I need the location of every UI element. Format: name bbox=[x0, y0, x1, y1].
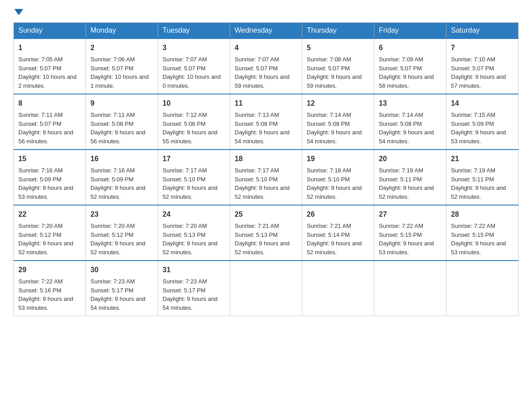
week-row-4: 22Sunrise: 7:20 AMSunset: 5:12 PMDayligh… bbox=[14, 205, 519, 261]
day-number: 9 bbox=[90, 98, 153, 109]
calendar-cell: 6Sunrise: 7:09 AMSunset: 5:07 PMDaylight… bbox=[374, 39, 446, 94]
calendar-cell: 24Sunrise: 7:20 AMSunset: 5:13 PMDayligh… bbox=[158, 205, 230, 261]
day-number: 20 bbox=[379, 154, 442, 164]
calendar-cell: 29Sunrise: 7:22 AMSunset: 5:16 PMDayligh… bbox=[14, 261, 86, 316]
calendar-cell: 3Sunrise: 7:07 AMSunset: 5:07 PMDaylight… bbox=[158, 39, 230, 94]
day-number: 28 bbox=[451, 209, 514, 220]
week-row-2: 8Sunrise: 7:11 AMSunset: 5:07 PMDaylight… bbox=[14, 94, 519, 150]
calendar-cell: 22Sunrise: 7:20 AMSunset: 5:12 PMDayligh… bbox=[14, 205, 86, 261]
col-header-sunday: Sunday bbox=[14, 23, 86, 39]
calendar-cell: 17Sunrise: 7:17 AMSunset: 5:10 PMDayligh… bbox=[158, 150, 230, 205]
col-header-thursday: Thursday bbox=[302, 23, 374, 39]
day-number: 23 bbox=[90, 209, 153, 220]
calendar-cell: 11Sunrise: 7:13 AMSunset: 5:08 PMDayligh… bbox=[230, 94, 302, 150]
calendar-cell bbox=[230, 261, 302, 316]
day-number: 11 bbox=[235, 98, 297, 109]
logo-triangle-icon bbox=[14, 9, 23, 15]
calendar-cell: 14Sunrise: 7:15 AMSunset: 5:09 PMDayligh… bbox=[446, 94, 519, 150]
day-number: 30 bbox=[90, 265, 153, 275]
calendar-cell: 25Sunrise: 7:21 AMSunset: 5:13 PMDayligh… bbox=[230, 205, 302, 261]
day-number: 16 bbox=[90, 154, 153, 164]
calendar-cell: 8Sunrise: 7:11 AMSunset: 5:07 PMDaylight… bbox=[14, 94, 86, 150]
day-number: 10 bbox=[163, 98, 225, 109]
day-number: 6 bbox=[379, 43, 442, 53]
calendar-cell: 15Sunrise: 7:16 AMSunset: 5:09 PMDayligh… bbox=[14, 150, 86, 205]
day-number: 26 bbox=[307, 209, 369, 220]
col-header-tuesday: Tuesday bbox=[158, 23, 230, 39]
col-header-wednesday: Wednesday bbox=[230, 23, 302, 39]
week-row-3: 15Sunrise: 7:16 AMSunset: 5:09 PMDayligh… bbox=[14, 150, 519, 205]
page-header bbox=[13, 9, 519, 15]
calendar-cell: 16Sunrise: 7:16 AMSunset: 5:09 PMDayligh… bbox=[86, 150, 158, 205]
day-number: 27 bbox=[379, 209, 442, 220]
calendar-cell: 18Sunrise: 7:17 AMSunset: 5:10 PMDayligh… bbox=[230, 150, 302, 205]
week-row-5: 29Sunrise: 7:22 AMSunset: 5:16 PMDayligh… bbox=[14, 261, 519, 316]
calendar-cell: 5Sunrise: 7:08 AMSunset: 5:07 PMDaylight… bbox=[302, 39, 374, 94]
day-number: 13 bbox=[379, 98, 442, 109]
day-number: 5 bbox=[307, 43, 369, 53]
day-number: 7 bbox=[451, 43, 514, 53]
day-number: 8 bbox=[18, 98, 81, 109]
day-number: 21 bbox=[451, 154, 514, 164]
calendar-cell bbox=[446, 261, 519, 316]
day-number: 2 bbox=[90, 43, 153, 53]
calendar-cell: 2Sunrise: 7:06 AMSunset: 5:07 PMDaylight… bbox=[86, 39, 158, 94]
day-number: 18 bbox=[235, 154, 297, 164]
col-header-monday: Monday bbox=[86, 23, 158, 39]
day-number: 12 bbox=[307, 98, 369, 109]
day-number: 22 bbox=[18, 209, 81, 220]
day-number: 3 bbox=[163, 43, 225, 53]
calendar-cell bbox=[302, 261, 374, 316]
calendar-cell: 20Sunrise: 7:19 AMSunset: 5:11 PMDayligh… bbox=[374, 150, 446, 205]
calendar-cell: 1Sunrise: 7:05 AMSunset: 5:07 PMDaylight… bbox=[14, 39, 86, 94]
calendar-cell: 13Sunrise: 7:14 AMSunset: 5:08 PMDayligh… bbox=[374, 94, 446, 150]
day-number: 1 bbox=[18, 43, 81, 53]
calendar-cell: 31Sunrise: 7:23 AMSunset: 5:17 PMDayligh… bbox=[158, 261, 230, 316]
calendar-cell: 10Sunrise: 7:12 AMSunset: 5:08 PMDayligh… bbox=[158, 94, 230, 150]
calendar-cell: 19Sunrise: 7:18 AMSunset: 5:10 PMDayligh… bbox=[302, 150, 374, 205]
col-header-saturday: Saturday bbox=[446, 23, 519, 39]
calendar-table: SundayMondayTuesdayWednesdayThursdayFrid… bbox=[13, 22, 519, 316]
day-number: 4 bbox=[235, 43, 297, 53]
calendar-cell: 28Sunrise: 7:22 AMSunset: 5:15 PMDayligh… bbox=[446, 205, 519, 261]
calendar-cell: 23Sunrise: 7:20 AMSunset: 5:12 PMDayligh… bbox=[86, 205, 158, 261]
calendar-cell: 30Sunrise: 7:23 AMSunset: 5:17 PMDayligh… bbox=[86, 261, 158, 316]
day-number: 31 bbox=[163, 265, 225, 275]
calendar-cell: 26Sunrise: 7:21 AMSunset: 5:14 PMDayligh… bbox=[302, 205, 374, 261]
calendar-cell: 27Sunrise: 7:22 AMSunset: 5:15 PMDayligh… bbox=[374, 205, 446, 261]
col-header-friday: Friday bbox=[374, 23, 446, 39]
calendar-cell: 21Sunrise: 7:19 AMSunset: 5:11 PMDayligh… bbox=[446, 150, 519, 205]
week-row-1: 1Sunrise: 7:05 AMSunset: 5:07 PMDaylight… bbox=[14, 39, 519, 94]
calendar-cell: 7Sunrise: 7:10 AMSunset: 5:07 PMDaylight… bbox=[446, 39, 519, 94]
day-number: 19 bbox=[307, 154, 369, 164]
day-number: 17 bbox=[163, 154, 225, 164]
day-number: 15 bbox=[18, 154, 81, 164]
day-number: 29 bbox=[18, 265, 81, 275]
header-row: SundayMondayTuesdayWednesdayThursdayFrid… bbox=[14, 23, 519, 39]
day-number: 14 bbox=[451, 98, 514, 109]
logo bbox=[13, 9, 23, 15]
calendar-cell: 4Sunrise: 7:07 AMSunset: 5:07 PMDaylight… bbox=[230, 39, 302, 94]
calendar-cell bbox=[374, 261, 446, 316]
day-number: 24 bbox=[163, 209, 225, 220]
calendar-cell: 12Sunrise: 7:14 AMSunset: 5:08 PMDayligh… bbox=[302, 94, 374, 150]
calendar-cell: 9Sunrise: 7:11 AMSunset: 5:08 PMDaylight… bbox=[86, 94, 158, 150]
day-number: 25 bbox=[235, 209, 297, 220]
